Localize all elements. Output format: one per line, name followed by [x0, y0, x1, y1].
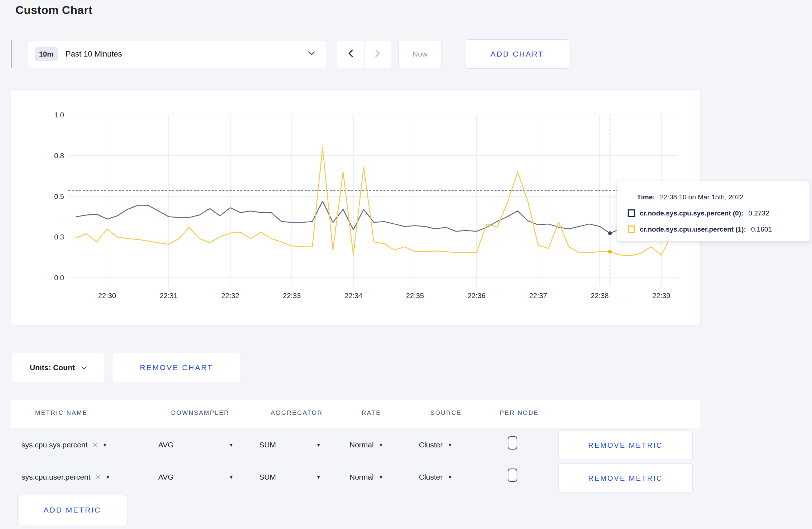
y-axis-tick-label: 0.8 — [54, 152, 64, 160]
col-header-rate: RATE — [362, 409, 381, 417]
remove-chart-button[interactable]: REMOVE CHART — [112, 353, 241, 382]
aggregator-value: SUM — [259, 473, 276, 481]
tooltip-series-row: cr.node.sys.cpu.sys.percent (0): 0.2732 — [628, 205, 809, 221]
rate-select[interactable]: Normal ▼ — [349, 437, 383, 453]
caret-down-icon: ▼ — [448, 475, 453, 480]
aggregator-value: SUM — [259, 441, 276, 449]
hover-point-0 — [608, 231, 612, 235]
x-axis-tick-label: 22:34 — [344, 292, 362, 300]
rate-value: Normal — [349, 473, 374, 481]
tooltip-series-name: cr.node.sys.cpu.sys.percent (0): — [640, 209, 743, 217]
tooltip-time-row: Time: 22:38:10 on Mar 15th, 2022 — [628, 189, 809, 205]
series-swatch-icon — [628, 225, 635, 233]
tooltip-time-value: 22:38:10 on Mar 15th, 2022 — [660, 193, 743, 201]
hover-point-1 — [608, 250, 612, 254]
series-line-0 — [76, 201, 672, 233]
col-header-per-node: PER NODE — [500, 409, 539, 417]
units-label: Units: Count — [30, 363, 75, 372]
aggregator-select[interactable]: SUM ▼ — [259, 469, 321, 485]
close-icon[interactable]: × — [96, 473, 101, 481]
chevron-down-icon — [81, 363, 87, 372]
x-axis-tick-label: 22:30 — [98, 292, 116, 300]
chart-tooltip: Time: 22:38:10 on Mar 15th, 2022 cr.node… — [617, 181, 810, 242]
remove-metric-button[interactable]: REMOVE METRIC — [558, 464, 693, 493]
chevron-right-icon — [374, 49, 381, 59]
y-axis-tick-label: 0.5 — [54, 193, 64, 200]
metric-name-select[interactable]: sys.cpu.user.percent × ▼ — [21, 469, 110, 485]
x-axis-tick-label: 22:39 — [652, 292, 670, 300]
y-axis-tick-label: 0.0 — [54, 274, 64, 282]
toolbar-left-divider — [11, 40, 11, 68]
x-axis-tick-label: 22:36 — [468, 292, 485, 300]
col-header-metric-name: METRIC NAME — [35, 409, 88, 417]
downsampler-value: AVG — [158, 473, 174, 481]
source-value: Cluster — [419, 473, 443, 481]
source-select[interactable]: Cluster ▼ — [419, 437, 452, 453]
aggregator-select[interactable]: SUM ▼ — [259, 437, 321, 453]
x-axis-tick-label: 22:31 — [160, 292, 178, 300]
tooltip-series-name: cr.node.sys.cpu.user.percent (1): — [640, 225, 746, 233]
col-header-downsampler: DOWNSAMPLER — [171, 409, 229, 417]
metric-name-value: sys.cpu.user.percent — [21, 473, 91, 481]
units-select[interactable]: Units: Count — [12, 353, 105, 382]
per-node-checkbox[interactable] — [508, 469, 517, 482]
source-select[interactable]: Cluster ▼ — [419, 469, 452, 485]
x-axis-tick-label: 22:33 — [283, 292, 301, 300]
source-value: Cluster — [419, 441, 443, 449]
caret-down-icon: ▼ — [379, 475, 383, 480]
series-swatch-icon — [628, 209, 635, 217]
series-line-1 — [76, 147, 672, 256]
add-metric-button[interactable]: ADD METRIC — [17, 495, 127, 525]
x-axis-tick-label: 22:38 — [591, 292, 609, 300]
caret-down-icon: ▼ — [379, 443, 383, 447]
caret-down-icon: ▼ — [106, 475, 110, 480]
downsampler-select[interactable]: AVG ▼ — [158, 437, 233, 453]
remove-metric-button[interactable]: REMOVE METRIC — [558, 431, 693, 460]
downsampler-select[interactable]: AVG ▼ — [158, 469, 233, 485]
time-forward-button[interactable] — [364, 40, 391, 68]
per-node-checkbox[interactable] — [508, 436, 517, 450]
chevron-left-icon — [348, 49, 354, 59]
time-range-badge: 10m — [35, 47, 58, 61]
x-axis-tick-label: 22:32 — [221, 292, 239, 300]
time-nav-group — [337, 40, 391, 68]
col-header-aggregator: AGGREGATOR — [271, 409, 323, 417]
rate-select[interactable]: Normal ▼ — [349, 469, 383, 485]
page-title: Custom Chart — [15, 4, 92, 17]
caret-down-icon: ▼ — [316, 443, 321, 447]
time-range-label: Past 10 Minutes — [66, 49, 122, 59]
close-icon[interactable]: × — [92, 441, 97, 449]
tooltip-series-row: cr.node.sys.cpu.user.percent (1): 0.1601 — [628, 221, 809, 237]
time-range-select[interactable]: 10m Past 10 Minutes — [28, 40, 326, 68]
caret-down-icon: ▼ — [448, 443, 453, 447]
metrics-table-header: METRIC NAME DOWNSAMPLER AGGREGATOR RATE … — [11, 400, 700, 428]
timeseries-chart[interactable]: 0.00.30.50.81.022:3022:3122:3222:3322:34… — [11, 90, 700, 325]
col-header-source: SOURCE — [430, 409, 462, 417]
tooltip-series-value: 0.2732 — [748, 209, 769, 217]
time-back-button[interactable] — [337, 40, 364, 68]
y-axis-tick-label: 0.3 — [54, 233, 64, 241]
caret-down-icon: ▼ — [229, 475, 233, 480]
caret-down-icon: ▼ — [102, 443, 107, 447]
x-axis-tick-label: 22:37 — [529, 292, 547, 300]
chart-card: 0.00.30.50.81.022:3022:3122:3222:3322:34… — [11, 89, 701, 325]
downsampler-value: AVG — [158, 441, 174, 449]
caret-down-icon: ▼ — [316, 475, 321, 480]
add-chart-button[interactable]: ADD CHART — [465, 39, 569, 69]
chevron-down-icon — [308, 51, 315, 57]
tooltip-series-value: 0.1601 — [751, 225, 772, 233]
metric-name-value: sys.cpu.sys.percent — [21, 441, 87, 449]
y-axis-tick-label: 1.0 — [54, 111, 64, 119]
now-button[interactable]: Now — [398, 40, 441, 68]
x-axis-tick-label: 22:35 — [406, 292, 424, 300]
rate-value: Normal — [349, 441, 374, 449]
caret-down-icon: ▼ — [229, 443, 233, 447]
metric-name-select[interactable]: sys.cpu.sys.percent × ▼ — [21, 437, 107, 453]
tooltip-time-label: Time: — [637, 193, 655, 201]
